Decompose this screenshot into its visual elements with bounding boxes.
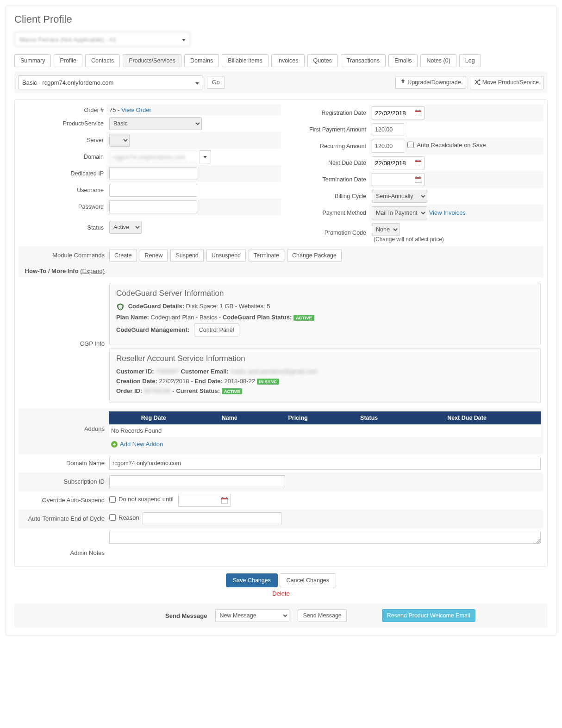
suspend-until-input[interactable] <box>178 494 231 507</box>
subscription-id-input[interactable] <box>109 475 285 488</box>
order-number: 75 <box>109 106 116 113</box>
add-new-addon-link[interactable]: + Add New Addon <box>111 441 163 448</box>
caret-down-icon <box>203 156 207 158</box>
send-message-select[interactable]: New Message <box>215 609 289 622</box>
promo-select[interactable]: None <box>372 223 400 236</box>
module-renew-button[interactable]: Renew <box>140 249 168 262</box>
module-terminate-button[interactable]: Terminate <box>249 249 284 262</box>
reseller-order-id: 80706296 <box>144 387 171 394</box>
module-create-button[interactable]: Create <box>109 249 137 262</box>
billing-cycle-label: Billing Cycle <box>281 188 369 205</box>
order-label: Order # <box>19 105 106 115</box>
status-badge: ACTIVE <box>293 315 314 321</box>
tab-contacts[interactable]: Contacts <box>85 54 120 67</box>
reg-date-input[interactable] <box>372 106 425 119</box>
tab-billable-items[interactable]: Billable Items <box>222 54 268 67</box>
addons-label: Addons <box>21 411 109 432</box>
arrow-up-icon <box>400 79 406 86</box>
auto-recalc-checkbox[interactable]: Auto Recalculate on Save <box>407 142 486 149</box>
view-order-link[interactable]: View Order <box>121 106 151 113</box>
username-label: Username <box>19 182 106 199</box>
svg-rect-15 <box>226 497 227 498</box>
client-search-input[interactable] <box>14 32 190 47</box>
product-service-select[interactable]: Basic <box>109 117 202 130</box>
override-autosuspend-label: Override Auto-Suspend <box>21 494 109 504</box>
save-changes-button[interactable]: Save Changes <box>226 573 278 587</box>
tab-domains[interactable]: Domains <box>184 54 219 67</box>
password-input[interactable] <box>109 200 197 213</box>
view-invoices-link[interactable]: View Invoices <box>429 209 466 216</box>
auto-terminate-checkbox[interactable]: Reason <box>109 514 139 521</box>
customer-email: mafec.astroamateur@gmail.com <box>230 368 317 375</box>
tab-summary[interactable]: Summary <box>14 54 51 67</box>
svg-rect-14 <box>222 497 223 498</box>
termination-input[interactable] <box>372 173 425 186</box>
product-select-value: Basic - rcgpm74.onlyfordemo.com <box>22 79 113 86</box>
svg-rect-2 <box>416 110 417 111</box>
module-unsuspend-button[interactable]: Unsuspend <box>206 249 246 262</box>
reseller-info-box: Reseller Account Service Information Cus… <box>109 348 541 403</box>
product-select[interactable]: Basic - rcgpm74.onlyfordemo.com <box>18 75 203 89</box>
move-product-button[interactable]: Move Product/Service <box>470 76 544 89</box>
addons-th-status: Status <box>335 411 403 424</box>
caret-down-icon <box>195 79 199 86</box>
domain-name-input[interactable] <box>109 457 541 470</box>
tab-quotes[interactable]: Quotes <box>307 54 338 67</box>
auto-terminate-reason-input[interactable] <box>143 512 281 525</box>
shield-icon <box>116 303 125 311</box>
tab-log[interactable]: Log <box>459 54 481 67</box>
first-payment-input[interactable] <box>372 123 404 136</box>
page-title: Client Profile <box>14 13 548 25</box>
resend-welcome-email-button[interactable]: Resend Product Welcome Email <box>382 609 475 622</box>
go-button[interactable]: Go <box>207 76 225 89</box>
form-panel: Order # 75 - View Order Product/Service … <box>14 100 548 567</box>
billing-cycle-select[interactable]: Semi-Annually <box>372 190 427 203</box>
next-due-input[interactable] <box>372 156 425 169</box>
delete-link[interactable]: Delete <box>14 590 548 597</box>
calendar-icon[interactable] <box>415 176 421 183</box>
control-panel-button[interactable]: Control Panel <box>194 324 239 336</box>
module-change-package-button[interactable]: Change Package <box>287 249 342 262</box>
recurring-input[interactable] <box>372 140 404 153</box>
addons-th-name: Name <box>198 411 261 424</box>
tab-products-services[interactable]: Products/Services <box>123 54 181 67</box>
username-input[interactable] <box>109 184 197 197</box>
dedicated-ip-label: Dedicated IP <box>19 165 106 182</box>
recurring-label: Recurring Amount <box>281 138 369 155</box>
calendar-icon[interactable] <box>415 160 421 166</box>
payment-method-select[interactable]: Mail In Payment <box>372 206 427 219</box>
expand-link[interactable]: (Expand) <box>80 268 105 274</box>
addons-th-actions <box>531 411 541 424</box>
calendar-icon[interactable] <box>415 110 421 116</box>
send-message-button[interactable]: Send Message <box>298 609 346 622</box>
dedicated-ip-input[interactable] <box>109 167 197 180</box>
cancel-changes-button[interactable]: Cancel Changes <box>280 573 336 587</box>
upgrade-downgrade-button[interactable]: Upgrade/Downgrade <box>395 76 466 89</box>
server-label: Server <box>19 132 106 149</box>
tab-invoices[interactable]: Invoices <box>271 54 305 67</box>
do-not-suspend-checkbox[interactable]: Do not suspend until <box>109 496 174 503</box>
plus-icon: + <box>111 441 118 448</box>
codeguard-info-box: CodeGuard Server Information CodeGuard D… <box>109 283 541 345</box>
server-select[interactable] <box>109 134 130 147</box>
tab-notes[interactable]: Notes (0) <box>420 54 456 67</box>
svg-rect-7 <box>419 160 420 161</box>
tab-profile[interactable]: Profile <box>54 54 82 67</box>
tab-emails[interactable]: Emails <box>388 54 418 67</box>
calendar-icon[interactable] <box>221 497 228 504</box>
product-service-label: Product/Service <box>19 115 106 132</box>
svg-rect-11 <box>419 176 420 178</box>
module-suspend-button[interactable]: Suspend <box>170 249 203 262</box>
admin-notes-textarea[interactable] <box>109 531 541 544</box>
domain-dropdown-toggle[interactable] <box>199 150 211 163</box>
send-message-label: Send Message <box>87 612 207 619</box>
client-dropdown[interactable] <box>14 32 190 47</box>
addons-th-pricing: Pricing <box>261 411 335 424</box>
promo-label: Promotion Code <box>281 221 369 244</box>
status-select[interactable]: Active <box>109 221 142 234</box>
tabs: Summary Profile Contacts Products/Servic… <box>14 54 548 67</box>
tab-transactions[interactable]: Transactions <box>341 54 386 67</box>
domain-name-label: Domain Name <box>21 457 109 467</box>
product-toolbar: Basic - rcgpm74.onlyfordemo.com Go Upgra… <box>14 72 548 93</box>
domain-input[interactable] <box>109 150 199 163</box>
